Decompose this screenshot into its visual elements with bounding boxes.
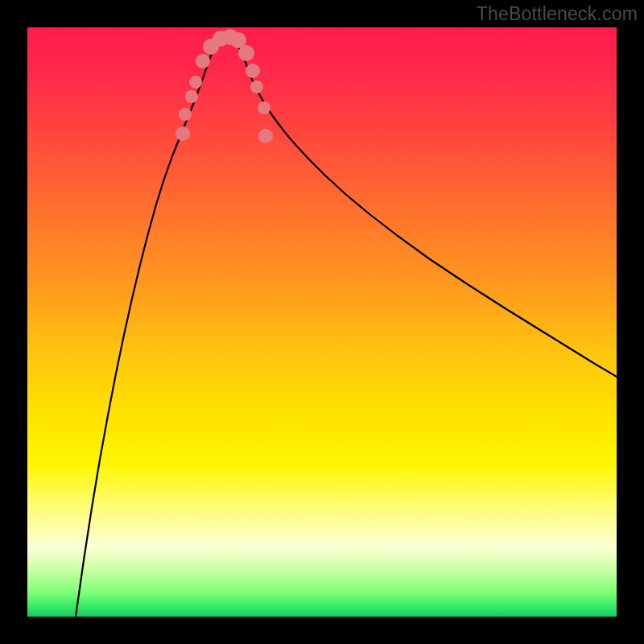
data-marker xyxy=(185,90,198,103)
data-marker xyxy=(179,108,192,121)
chart-frame: TheBottleneck.com xyxy=(0,0,644,644)
watermark-text: TheBottleneck.com xyxy=(477,3,638,25)
curve-layer xyxy=(27,27,617,617)
data-marker xyxy=(246,64,260,78)
plot-area xyxy=(27,27,617,617)
data-marker xyxy=(189,76,202,89)
data-marker xyxy=(250,80,263,93)
data-marker xyxy=(196,54,210,68)
data-marker xyxy=(175,126,190,141)
data-marker xyxy=(258,129,273,143)
data-marker xyxy=(258,101,270,114)
data-marker xyxy=(238,45,254,61)
curve-left-curve xyxy=(76,64,208,617)
curve-right-curve xyxy=(246,64,617,377)
